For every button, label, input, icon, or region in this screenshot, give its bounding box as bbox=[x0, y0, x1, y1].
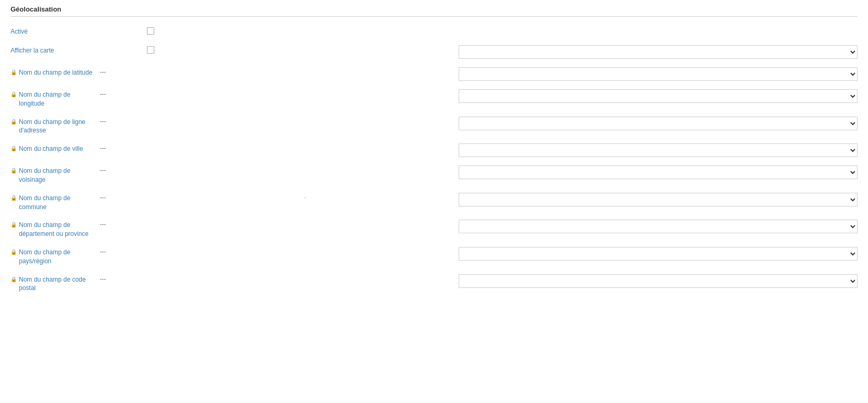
label-show_map: Afficher la carte bbox=[10, 45, 94, 55]
form-row-city: 🔒Nom du champ de ville--- bbox=[10, 139, 858, 161]
select-wrap-commune bbox=[459, 193, 858, 206]
select-address_line[interactable] bbox=[459, 117, 858, 130]
lock-icon-country: 🔒 bbox=[10, 249, 17, 256]
lock-icon-longitude: 🔒 bbox=[10, 91, 17, 98]
lock-icon-latitude: 🔒 bbox=[10, 69, 17, 76]
select-country[interactable] bbox=[459, 247, 858, 261]
label-country: 🔒Nom du champ de pays/région bbox=[10, 247, 94, 266]
form-row-country: 🔒Nom du champ de pays/région--- bbox=[10, 243, 858, 270]
label-longitude: 🔒Nom du champ de longitude bbox=[10, 89, 94, 108]
value-country: --- bbox=[94, 247, 147, 255]
select-wrap-postal_code bbox=[459, 274, 858, 288]
select-wrap-show_map bbox=[459, 45, 858, 59]
lock-icon-commune: 🔒 bbox=[10, 194, 17, 202]
lock-icon-address_line: 🔒 bbox=[10, 118, 17, 126]
label-text-active: Activé bbox=[10, 27, 28, 36]
section-title: Géolocalisation bbox=[10, 5, 858, 17]
select-wrap-latitude bbox=[459, 67, 858, 81]
label-commune: 🔒Nom du champ de commune bbox=[10, 193, 94, 212]
label-text-department: Nom du champ de département ou province bbox=[19, 221, 94, 239]
label-active: Activé bbox=[10, 26, 94, 36]
select-postal_code[interactable] bbox=[459, 274, 858, 288]
rows-container: ActivéAfficher la carte🔒Nom du champ de … bbox=[10, 22, 858, 297]
checkbox-active[interactable] bbox=[147, 27, 154, 35]
value-city: --- bbox=[94, 143, 147, 152]
label-postal_code: 🔒Nom du champ de code postal bbox=[10, 274, 94, 293]
value-latitude: --- bbox=[94, 67, 147, 76]
value-neighborhood: --- bbox=[94, 166, 147, 174]
select-wrap-department bbox=[459, 220, 858, 233]
select-show_map[interactable] bbox=[459, 45, 858, 59]
select-wrap-address_line bbox=[459, 117, 858, 130]
form-row-department: 🔒Nom du champ de département ou province… bbox=[10, 215, 858, 243]
form-row-postal_code: 🔒Nom du champ de code postal--- bbox=[10, 270, 858, 297]
form-row-neighborhood: 🔒Nom du champ de voisinage--- bbox=[10, 161, 858, 189]
form-row-active: Activé bbox=[10, 22, 858, 41]
select-latitude[interactable] bbox=[459, 67, 858, 81]
select-neighborhood[interactable] bbox=[459, 166, 858, 179]
lock-icon-city: 🔒 bbox=[10, 145, 17, 152]
select-city[interactable] bbox=[459, 143, 858, 157]
form-row-show_map: Afficher la carte bbox=[10, 41, 858, 63]
page-container: Géolocalisation ActivéAfficher la carte🔒… bbox=[0, 0, 868, 302]
select-wrap-neighborhood bbox=[459, 166, 858, 179]
form-row-latitude: 🔒Nom du champ de latitude--- bbox=[10, 63, 858, 85]
value-commune: --- bbox=[94, 193, 147, 201]
lock-icon-neighborhood: 🔒 bbox=[10, 167, 17, 174]
label-text-postal_code: Nom du champ de code postal bbox=[19, 275, 94, 293]
label-address_line: 🔒Nom du champ de ligne d'adresse bbox=[10, 117, 94, 136]
checkbox-show_map[interactable] bbox=[147, 46, 154, 54]
select-wrap-city bbox=[459, 143, 858, 157]
value-postal_code: --- bbox=[94, 274, 147, 283]
label-text-show_map: Afficher la carte bbox=[10, 46, 54, 55]
label-department: 🔒Nom du champ de département ou province bbox=[10, 220, 94, 239]
label-neighborhood: 🔒Nom du champ de voisinage bbox=[10, 166, 94, 184]
label-city: 🔒Nom du champ de ville bbox=[10, 143, 94, 153]
label-text-longitude: Nom du champ de longitude bbox=[19, 90, 94, 108]
value-active bbox=[94, 26, 147, 27]
label-text-city: Nom du champ de ville bbox=[19, 144, 83, 153]
form-row-longitude: 🔒Nom du champ de longitude--- bbox=[10, 85, 858, 112]
label-text-latitude: Nom du champ de latitude bbox=[19, 68, 92, 77]
value-department: --- bbox=[94, 220, 147, 228]
label-text-neighborhood: Nom du champ de voisinage bbox=[19, 167, 94, 184]
select-commune[interactable] bbox=[459, 193, 858, 206]
select-department[interactable] bbox=[459, 220, 858, 233]
select-wrap-longitude bbox=[459, 89, 858, 103]
value-address_line: --- bbox=[94, 117, 147, 125]
lock-icon-postal_code: 🔒 bbox=[10, 276, 17, 283]
select-longitude[interactable] bbox=[459, 89, 858, 103]
lock-icon-department: 🔒 bbox=[10, 221, 17, 229]
label-latitude: 🔒Nom du champ de latitude bbox=[10, 67, 94, 77]
value-show_map bbox=[94, 45, 147, 46]
value-longitude: --- bbox=[94, 89, 147, 98]
form-row-commune: 🔒Nom du champ de commune---. bbox=[10, 189, 858, 216]
dot-commune: . bbox=[304, 193, 306, 199]
select-wrap-country bbox=[459, 247, 858, 261]
form-row-address_line: 🔒Nom du champ de ligne d'adresse--- bbox=[10, 112, 858, 140]
label-text-address_line: Nom du champ de ligne d'adresse bbox=[19, 118, 94, 136]
label-text-country: Nom du champ de pays/région bbox=[19, 248, 94, 266]
label-text-commune: Nom du champ de commune bbox=[19, 194, 94, 212]
